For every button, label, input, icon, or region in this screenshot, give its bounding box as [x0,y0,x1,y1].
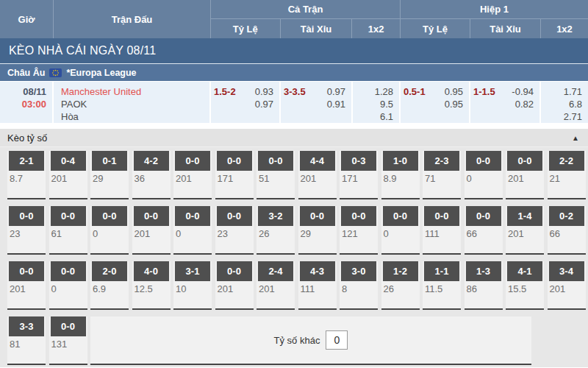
score-odd: 171 [340,171,378,184]
score-cell[interactable]: 4-236 [132,151,171,199]
score-odd: 26 [257,226,295,239]
score-odd: 201 [506,226,544,239]
ft-1x2-draw-odd[interactable]: 6.1 [380,110,393,123]
col-header-time: Giờ [0,0,54,38]
score-cell[interactable]: 0-0111 [423,206,461,255]
h1-handicap-odd-home[interactable]: 0.95 [445,85,463,98]
score-cell[interactable]: 0-00 [381,206,420,255]
score-cell[interactable]: 0-0201 [506,151,544,199]
score-cell[interactable]: 0-4201 [49,151,87,199]
score-cell[interactable]: 4-4201 [298,151,337,199]
score-cell[interactable]: 0-023 [215,206,254,255]
correct-score-section-header[interactable]: Kèo tỷ số ▲ [0,129,588,147]
h1-1x2-draw-odd[interactable]: 2.71 [564,110,582,123]
score-cell[interactable]: 0-00 [465,151,503,199]
h1-under-odd[interactable]: 0.82 [515,98,534,110]
h1-1x2-home-odd[interactable]: 1.71 [564,85,582,98]
score-cell[interactable]: 0-066 [465,206,503,255]
score-cell[interactable]: 1-111.5 [423,261,461,310]
score-odd: 81 [7,336,46,350]
col-header-ft-over-under: Tài Xỉu [281,19,353,38]
score-cell[interactable]: 0-00 [49,261,87,310]
score-cell[interactable]: 0-0171 [215,151,254,199]
col-header-h1-1x2: 1x2 [541,19,588,38]
other-score-input[interactable] [326,330,348,350]
score-cell[interactable]: 0-0201 [215,261,254,310]
score-label: 2-1 [9,151,44,171]
collapse-triangle-icon[interactable]: ▲ [572,134,579,142]
score-cell[interactable]: 0-3171 [340,151,378,199]
score-cell[interactable]: 0-129 [90,151,129,199]
score-odd: 86 [465,281,503,294]
fulltime-over-under-cell[interactable]: 3-3.5 0.97 0.91 [281,82,353,123]
h1-1x2-away-odd[interactable]: 6.8 [569,98,582,110]
score-cell[interactable]: 0-0201 [7,261,46,310]
score-cell[interactable]: 3-110 [173,261,212,310]
score-label: 0-4 [51,151,86,171]
score-odd: 12.5 [132,281,171,294]
score-label: 4-4 [300,151,335,171]
score-cell[interactable]: 0-023 [7,206,46,255]
score-cell[interactable]: 2-18.7 [7,151,46,199]
score-label: 0-0 [9,261,44,281]
score-odd: 29 [298,226,337,239]
ft-under-odd[interactable]: 0.91 [327,98,345,110]
ft-1x2-home-odd[interactable]: 1.28 [375,85,393,98]
score-label: 3-0 [341,261,376,281]
score-cell[interactable]: 0-266 [548,206,586,255]
score-cell[interactable]: 0-0201 [173,151,212,199]
away-team[interactable]: PAOK [61,98,209,110]
fulltime-1x2-cell[interactable]: 1.28 9.5 6.1 [353,82,401,123]
score-cell[interactable]: 2-221 [548,151,586,199]
score-cell[interactable]: 0-0131 [49,316,87,365]
score-cell[interactable]: 2-06.9 [90,261,129,310]
h1-handicap-odd-away[interactable]: 0.95 [445,98,463,110]
firsthalf-1x2-cell[interactable]: 1.71 6.8 2.71 [541,82,588,123]
score-cell[interactable]: 4-115.5 [506,261,544,310]
score-odd: 201 [7,281,46,294]
fulltime-handicap-cell[interactable]: 1.5-2 0.93 0.97 [211,82,281,123]
ft-handicap-odd-home[interactable]: 0.93 [255,85,273,98]
ft-1x2-away-odd[interactable]: 9.5 [380,98,393,110]
score-cell[interactable]: 0-029 [298,206,337,255]
score-cell[interactable]: 4-012.5 [132,261,171,310]
col-header-first-half: Hiệp 1 [401,0,588,19]
score-cell[interactable]: 1-4201 [506,206,544,255]
score-cell[interactable]: 3-226 [257,206,295,255]
other-score-cell[interactable]: Tỷ số khác [90,316,531,365]
score-label: 0-0 [466,206,501,226]
score-odd: 201 [506,171,544,184]
score-label: 0-0 [466,151,501,171]
score-cell[interactable]: 0-0201 [132,206,171,255]
score-cell[interactable]: 0-061 [49,206,87,255]
score-cell[interactable]: 2-4201 [257,261,295,310]
firsthalf-over-under-cell[interactable]: 1-1.5 -0.94 0.82 [470,82,541,123]
score-cell[interactable]: 3-381 [7,316,46,365]
score-cell[interactable]: 3-08 [340,261,378,310]
score-odd: 8 [340,281,378,294]
date-banner: KÈO NHÀ CÁI NGÀY 08/11 [0,38,588,63]
league-bar[interactable]: Châu Âu *Europa League [0,63,588,81]
score-cell[interactable]: 1-08.9 [381,151,420,199]
score-cell[interactable]: 2-371 [423,151,461,199]
score-odd: 21 [548,171,586,184]
score-cell[interactable]: 1-226 [381,261,420,310]
score-cell[interactable]: 4-3111 [298,261,337,310]
score-label: 0-2 [549,206,584,226]
col-header-h1-handicap: Tỷ Lệ [401,19,470,38]
score-label: 0-0 [51,261,86,281]
league-name: *Europa League [66,68,136,78]
score-cell[interactable]: 0-00 [173,206,212,255]
score-cell[interactable]: 0-0121 [340,206,378,255]
score-cell[interactable]: 0-00 [90,206,129,255]
ft-handicap-odd-away[interactable]: 0.97 [255,98,273,110]
h1-over-odd[interactable]: -0.94 [512,85,534,98]
match-row: 08/11 03:00 Manchester United PAOK Hòa 1… [0,81,588,123]
home-team[interactable]: Manchester United [61,85,209,98]
score-odd: 201 [215,281,254,294]
score-cell[interactable]: 3-4201 [548,261,586,310]
firsthalf-handicap-cell[interactable]: 0.5-1 0.95 0.95 [401,82,470,123]
score-cell[interactable]: 1-386 [465,261,503,310]
score-cell[interactable]: 0-051 [257,151,295,199]
ft-over-odd[interactable]: 0.97 [327,85,345,98]
